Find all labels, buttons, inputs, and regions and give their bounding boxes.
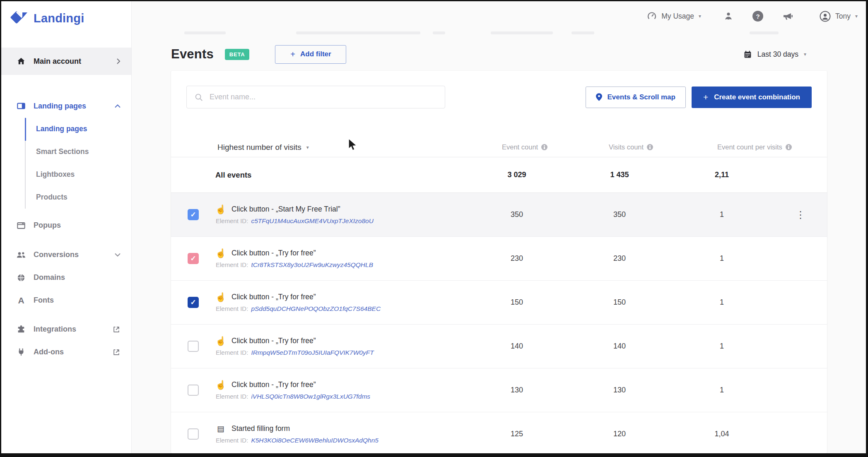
element-id-link[interactable]: iVHLSQ0icTn8W8Ow1glRgx3LxUG7fdms — [251, 393, 370, 400]
search-icon — [194, 93, 203, 102]
all-events-event-count: 3 029 — [489, 171, 572, 179]
info-icon[interactable] — [647, 144, 653, 150]
person-icon — [723, 11, 733, 21]
sidebar-item-products[interactable]: Products — [26, 186, 131, 209]
create-event-combination-button[interactable]: + Create event combination — [692, 87, 812, 108]
sidebar-item-main-account[interactable]: Main account — [1, 48, 131, 75]
placeholder-strip — [184, 31, 226, 34]
all-events-per-visits: 2,11 — [675, 171, 778, 179]
caret-down-icon: ▾ — [306, 144, 309, 150]
sidebar: Landingi Main account Landing pages L — [1, 1, 132, 453]
sidebar-item-domains[interactable]: Domains — [1, 266, 131, 289]
page-title: Events — [171, 47, 214, 62]
info-icon[interactable] — [541, 144, 547, 150]
form-icon: ▤ — [215, 425, 226, 433]
user-circle-icon — [820, 11, 831, 22]
caret-down-icon: ▾ — [855, 13, 858, 19]
sidebar-item-lightboxes[interactable]: Lightboxes — [26, 163, 131, 186]
caret-down-icon: ▾ — [804, 51, 806, 57]
per-visits-value: 1,04 — [675, 430, 778, 438]
table-header: Highest number of visits ▾ Event count V… — [171, 137, 827, 157]
event-count-value: 140 — [489, 342, 572, 351]
check-icon: ✓ — [190, 299, 196, 306]
table-row[interactable]: ✓ ☝ Click button - „Try for free” Elemen… — [171, 281, 827, 325]
row-checkbox[interactable]: ✓ — [188, 209, 199, 220]
element-id-link[interactable]: tCr8TkSTSX8y3oU2Fw9uKzwyz45QQHLB — [251, 261, 373, 269]
caret-down-icon: ▾ — [699, 13, 701, 19]
landing-pages-submenu: Landing pages Smart Sections Lightboxes … — [25, 118, 131, 209]
element-id-label: Element ID: — [216, 349, 248, 356]
click-icon: ☝ — [215, 337, 226, 345]
table-row[interactable]: ▤ Started filling form Element ID: K5H3K… — [171, 412, 827, 453]
sort-dropdown[interactable]: Highest number of visits ▾ — [217, 143, 309, 152]
events-scroll-map-button[interactable]: Events & Scroll map — [586, 87, 686, 108]
popups-icon — [16, 221, 26, 230]
conversions-icon — [16, 251, 26, 259]
landing-pages-icon — [16, 101, 26, 111]
row-checkbox[interactable] — [188, 341, 199, 352]
main-content: My Usage ▾ ? Tony ▾ Event — [132, 1, 866, 453]
sidebar-item-integrations[interactable]: Integrations — [1, 318, 131, 341]
per-visits-value: 1 — [675, 254, 778, 263]
app-window: Landingi Main account Landing pages L — [1, 1, 866, 453]
row-menu-button[interactable]: ⋮ — [796, 209, 805, 220]
chevron-up-icon — [115, 102, 121, 110]
home-icon — [16, 57, 26, 66]
help-button[interactable]: ? — [752, 11, 763, 22]
row-checkbox[interactable] — [188, 428, 199, 440]
screenshot-frame: Landingi Main account Landing pages L — [0, 0, 868, 457]
sidebar-item-popups[interactable]: Popups — [1, 214, 131, 237]
element-id-link[interactable]: IRmpqW5eDTmT09oJ5IUIaFQVIK7W0yFT — [251, 349, 374, 356]
landingi-logo[interactable]: Landingi — [10, 10, 84, 27]
per-visits-value: 1 — [675, 386, 778, 394]
search-input[interactable] — [210, 93, 437, 101]
check-icon: ✓ — [190, 211, 196, 218]
sidebar-item-conversions[interactable]: Conversions — [1, 243, 131, 266]
map-pin-icon — [596, 93, 602, 101]
per-visits-value: 1 — [675, 298, 778, 307]
date-range-picker[interactable]: Last 30 days ▾ — [743, 50, 806, 59]
info-icon[interactable] — [786, 144, 792, 150]
sidebar-item-landing-pages[interactable]: Landing pages — [26, 118, 131, 140]
table-row[interactable]: ☝ Click button - „Try for free” Element … — [171, 325, 827, 368]
visits-count-value: 130 — [572, 386, 675, 394]
event-name: Click button - „Try for free” — [231, 249, 316, 257]
plug-icon — [16, 348, 26, 357]
element-id-label: Element ID: — [216, 305, 248, 312]
row-checkbox[interactable]: ✓ — [188, 253, 199, 264]
check-icon: ✓ — [190, 255, 196, 262]
announcements-button[interactable] — [782, 11, 793, 21]
click-icon: ☝ — [215, 293, 226, 301]
events-toolbar: Events & Scroll map + Create event combi… — [171, 86, 827, 108]
beta-badge: BETA — [225, 49, 250, 60]
visits-count-value: 120 — [572, 430, 675, 438]
element-id-label: Element ID: — [216, 261, 248, 268]
my-usage-menu[interactable]: My Usage ▾ — [647, 11, 701, 21]
element-id-link[interactable]: c5TFqU1M4ucAuxGME4VUxpTJeXIzo8oU — [251, 217, 373, 225]
element-id-label: Element ID: — [216, 217, 248, 224]
add-filter-button[interactable]: + Add filter — [275, 45, 346, 64]
table-row[interactable]: ☝ Click button - „Try for free” Element … — [171, 368, 827, 412]
row-checkbox[interactable]: ✓ — [188, 297, 199, 308]
account-users-button[interactable] — [723, 11, 733, 21]
sidebar-item-landing-pages-group[interactable]: Landing pages — [1, 94, 131, 118]
click-icon: ☝ — [215, 205, 226, 214]
topbar: My Usage ▾ ? Tony ▾ — [132, 1, 866, 31]
sidebar-item-fonts[interactable]: A Fonts — [1, 289, 131, 312]
row-checkbox[interactable] — [188, 385, 199, 396]
table-row[interactable]: ✓ ☝ Click button - „Start My Free Trial”… — [171, 193, 827, 237]
event-search — [186, 86, 445, 108]
plus-icon: + — [290, 50, 295, 59]
visits-count-value: 230 — [572, 254, 675, 263]
page-header: Events BETA + Add filter Last 30 days ▾ — [171, 45, 827, 64]
sidebar-item-smart-sections[interactable]: Smart Sections — [26, 140, 131, 163]
events-card: Events & Scroll map + Create event combi… — [171, 71, 827, 453]
fonts-icon: A — [16, 296, 26, 305]
sidebar-item-add-ons[interactable]: Add-ons — [1, 341, 131, 363]
element-id-link[interactable]: K5H3KOi8OeCEW6WBehluIDWOsxAdQhn5 — [251, 437, 379, 444]
table-row[interactable]: ✓ ☝ Click button - „Try for free” Elemen… — [171, 237, 827, 281]
placeholder-strip — [491, 31, 553, 34]
element-id-link[interactable]: pSdd5quDCHGNePOQObzZO1fqC7S64BEC — [251, 305, 381, 313]
user-menu[interactable]: Tony ▾ — [820, 11, 858, 22]
element-id-label: Element ID: — [216, 393, 248, 400]
